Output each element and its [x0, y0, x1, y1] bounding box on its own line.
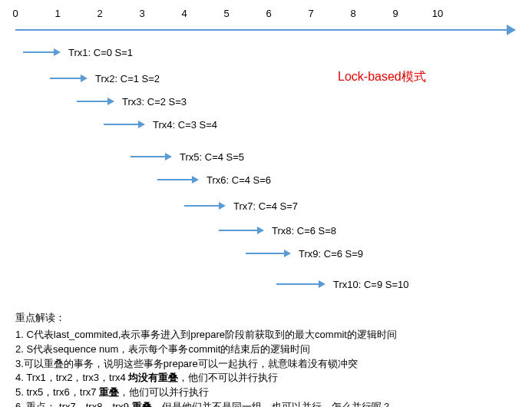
- trx-row-trx3: Trx3: C=2 S=3: [77, 94, 187, 109]
- trx-row-trx9: Trx9: C=6 S=9: [246, 246, 363, 261]
- arrow-right-icon: [219, 202, 226, 210]
- note-text: ，他们可以并行执行: [119, 386, 209, 398]
- trx-row-trx10: Trx10: C=9 S=10: [276, 276, 409, 292]
- arrow-line: [23, 51, 54, 53]
- diagram-canvas: 012345678910 Trx1: C=0 S=1Trx2: C=1 S=2T…: [0, 0, 532, 407]
- arrow-line: [246, 253, 284, 254]
- note-text: 6. 重点： trx7，trx8，trx9: [15, 401, 132, 407]
- arrow-line: [157, 179, 192, 180]
- notes-list: 1. C代表last_commited,表示事务进入到prepare阶段前获取到…: [15, 328, 514, 407]
- axis-tick: 1: [50, 8, 65, 19]
- axis-tick: 3: [134, 8, 150, 19]
- axis-tick: 0: [8, 8, 23, 19]
- notes-section: 重点解读： 1. C代表last_commited,表示事务进入到prepare…: [15, 311, 514, 407]
- trx-row-trx2: Trx2: C=1 S=2: [50, 71, 160, 86]
- arrow-line: [219, 230, 257, 231]
- trx-row-trx8: Trx8: C=6 S=8: [219, 223, 336, 238]
- note-text: ，他们不可以并行执行: [178, 372, 278, 383]
- note-item: 1. C代表last_commited,表示事务进入到prepare阶段前获取到…: [15, 328, 514, 342]
- note-text: ，但是他们并不是同一组，也可以并行，怎么并行呢？: [152, 401, 392, 407]
- trx-label: Trx4: C=3 S=4: [153, 119, 217, 131]
- arrow-right-icon: [284, 250, 291, 257]
- note-item: 2. S代表sequence num，表示每个事务commit的结束后的逻辑时间: [15, 342, 514, 357]
- note-bold: 均没有重叠: [128, 372, 178, 383]
- trx-label: Trx10: C=9 S=10: [333, 279, 409, 290]
- axis-tick: 2: [92, 8, 107, 19]
- trx-label: Trx3: C=2 S=3: [122, 96, 187, 108]
- trx-label: Trx9: C=6 S=9: [299, 248, 363, 260]
- arrow-right-icon: [192, 176, 199, 184]
- axis-tick: 5: [219, 8, 234, 19]
- axis-tick: 6: [261, 8, 276, 19]
- arrow-right-icon: [107, 98, 114, 105]
- trx-label: Trx8: C=6 S=8: [272, 225, 336, 237]
- arrow-right-icon: [319, 280, 325, 288]
- arrow-line: [50, 78, 81, 79]
- arrow-line: [276, 283, 319, 285]
- trx-label: Trx2: C=1 S=2: [95, 73, 160, 84]
- note-text: 5. trx5，trx6，trx7: [15, 386, 99, 398]
- trx-label: Trx1: C=0 S=1: [68, 47, 133, 58]
- trx-label: Trx6: C=4 S=6: [207, 174, 271, 186]
- note-bold: 重叠: [132, 401, 152, 407]
- axis-tick: 9: [388, 8, 403, 19]
- arrow-right-icon: [54, 48, 61, 56]
- note-bold: 重叠: [99, 386, 119, 398]
- note-item: 3.可以重叠的事务，说明这些事务prepare可以一起执行，就意味着没有锁冲突: [15, 357, 514, 372]
- arrow-right-icon: [257, 227, 264, 234]
- trx-row-trx5: Trx5: C=4 S=5: [131, 149, 244, 164]
- trx-row-trx6: Trx6: C=4 S=6: [157, 172, 271, 187]
- note-item: 6. 重点： trx7，trx8，trx9 重叠，但是他们并不是同一组，也可以并…: [15, 400, 514, 407]
- axis-tick: 7: [303, 8, 319, 19]
- trx-row-trx4: Trx4: C=3 S=4: [104, 117, 217, 132]
- arrow-line: [104, 124, 138, 125]
- axis-tick: 4: [177, 8, 192, 19]
- arrow-right-icon: [81, 74, 88, 82]
- axis-tick: 10: [430, 8, 445, 19]
- arrow-line: [184, 205, 219, 207]
- trx-row-trx1: Trx1: C=0 S=1: [23, 45, 133, 60]
- axis-tick: 8: [345, 8, 361, 19]
- arrow-right-icon: [138, 121, 145, 128]
- arrow-right-icon: [507, 25, 516, 35]
- axis-line: [15, 29, 507, 31]
- mode-label: Lock-based模式: [338, 69, 426, 85]
- arrow-line: [77, 101, 107, 102]
- notes-title: 重点解读：: [15, 311, 514, 326]
- note-text: 4. Trx1，trx2，trx3，trx4: [15, 372, 128, 383]
- note-item: 4. Trx1，trx2，trx3，trx4 均没有重叠，他们不可以并行执行: [15, 371, 514, 385]
- trx-label: Trx7: C=4 S=7: [233, 200, 298, 212]
- trx-row-trx7: Trx7: C=4 S=7: [184, 198, 298, 213]
- arrow-line: [131, 156, 165, 157]
- timeline-axis: 012345678910: [15, 22, 514, 37]
- note-item: 5. trx5，trx6，trx7 重叠，他们可以并行执行: [15, 385, 514, 400]
- arrow-right-icon: [165, 153, 172, 160]
- trx-label: Trx5: C=4 S=5: [180, 151, 244, 163]
